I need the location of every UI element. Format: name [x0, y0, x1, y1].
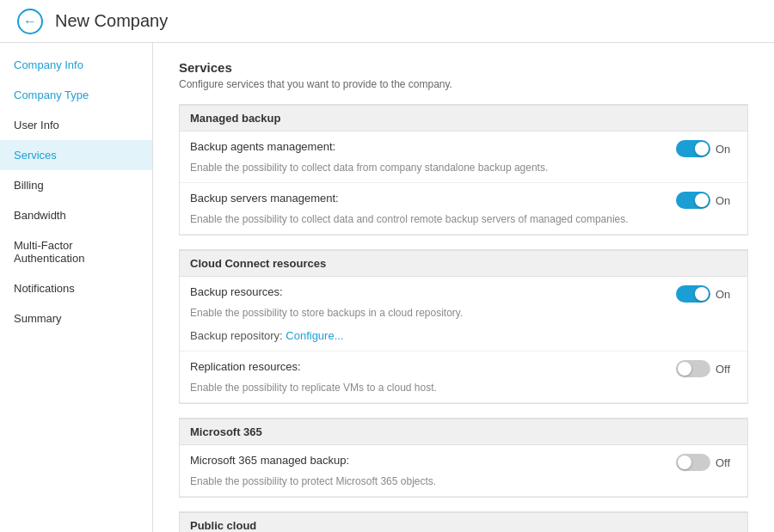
- section-title: Services: [179, 60, 748, 75]
- main-content: ServicesConfigure services that you want…: [153, 43, 774, 532]
- configure-link-backup-resources[interactable]: Configure...: [286, 329, 343, 342]
- sidebar-link-company-type[interactable]: Company Type: [14, 89, 89, 101]
- setting-desc-text-backup-resources: Enable the possibility to store backups …: [190, 307, 463, 319]
- group-header-managed-backup: Managed backup: [180, 105, 747, 131]
- group-header-microsoft365: Microsoft 365: [180, 419, 747, 445]
- setting-desc-text-backup-servers: Enable the possibility to collect data a…: [190, 213, 629, 225]
- group-header-public-cloud: Public cloud: [180, 512, 747, 532]
- setting-desc-backup-resources: Enable the possibility to store backups …: [180, 304, 747, 326]
- setting-desc-backup-servers: Enable the possibility to collect data a…: [180, 211, 747, 235]
- page-header: ← New Company: [0, 0, 774, 43]
- toggle-backup-agents[interactable]: [676, 140, 710, 157]
- repo-row-backup-resources: Backup repository: Configure...: [180, 326, 747, 352]
- group-microsoft365: Microsoft 365Microsoft 365 managed backu…: [179, 418, 748, 498]
- toggle-backup-servers[interactable]: [676, 192, 710, 209]
- setting-label-replication-resources: Replication resources:: [190, 360, 301, 373]
- group-managed-backup: Managed backupBackup agents management:O…: [179, 104, 748, 235]
- page-title: New Company: [55, 11, 168, 31]
- setting-row-backup-resources: Backup resources:On: [180, 277, 747, 304]
- section-subtitle: Configure services that you want to prov…: [179, 78, 748, 90]
- toggle-label-backup-resources: On: [716, 288, 737, 301]
- setting-row-backup-agents: Backup agents management:On: [180, 131, 747, 159]
- setting-desc-backup-agents: Enable the possibility to collect data f…: [180, 159, 747, 183]
- sidebar-item-user-info[interactable]: User Info: [0, 110, 152, 140]
- sidebar-item-notifications[interactable]: Notifications: [0, 273, 152, 303]
- setting-row-replication-resources: Replication resources:Off: [180, 352, 747, 379]
- setting-desc-text-replication-resources: Enable the possibility to replicate VMs …: [190, 382, 437, 394]
- setting-desc-text-m365-backup: Enable the possibility to protect Micros…: [190, 475, 436, 487]
- setting-label-backup-agents: Backup agents management:: [190, 140, 335, 153]
- toggle-knob-backup-agents: [695, 142, 709, 156]
- group-public-cloud: Public cloudPublic cloud managed backup:…: [179, 511, 748, 532]
- setting-row-backup-servers: Backup servers management:On: [180, 183, 747, 211]
- toggle-knob-backup-resources: [695, 287, 709, 301]
- toggle-backup-resources[interactable]: [676, 285, 710, 303]
- setting-label-m365-backup: Microsoft 365 managed backup:: [190, 454, 349, 467]
- setting-desc-m365-backup: Enable the possibility to protect Micros…: [180, 473, 747, 497]
- sidebar-item-company-type[interactable]: Company Type: [0, 80, 152, 110]
- toggle-knob-backup-servers: [695, 193, 709, 207]
- toggle-container-backup-resources: On: [676, 285, 737, 303]
- toggle-m365-backup[interactable]: [676, 454, 710, 471]
- setting-desc-text-backup-agents: Enable the possibility to collect data f…: [190, 162, 548, 174]
- toggle-container-backup-servers: On: [676, 192, 737, 209]
- back-button[interactable]: ←: [17, 9, 43, 34]
- toggle-container-m365-backup: Off: [676, 454, 737, 471]
- sidebar-item-summary[interactable]: Summary: [0, 303, 152, 333]
- toggle-label-replication-resources: Off: [716, 363, 737, 376]
- toggle-label-backup-servers: On: [716, 194, 737, 207]
- toggle-knob-m365-backup: [678, 456, 691, 469]
- group-header-cloud-connect: Cloud Connect resources: [180, 250, 747, 277]
- setting-row-m365-backup: Microsoft 365 managed backup:Off: [180, 445, 747, 473]
- setting-label-backup-resources: Backup resources:: [190, 285, 283, 298]
- sidebar-item-company-info[interactable]: Company Info: [0, 50, 152, 80]
- toggle-container-replication-resources: Off: [676, 360, 737, 377]
- toggle-label-m365-backup: Off: [716, 456, 737, 469]
- toggle-knob-replication-resources: [678, 362, 691, 376]
- toggle-container-backup-agents: On: [676, 140, 737, 157]
- setting-label-backup-servers: Backup servers management:: [190, 192, 339, 205]
- sidebar: Company InfoCompany TypeUser InfoService…: [0, 43, 153, 532]
- setting-desc-replication-resources: Enable the possibility to replicate VMs …: [180, 379, 747, 403]
- sidebar-item-bandwidth[interactable]: Bandwidth: [0, 200, 152, 230]
- toggle-label-backup-agents: On: [716, 143, 737, 156]
- group-cloud-connect: Cloud Connect resourcesBackup resources:…: [179, 249, 748, 404]
- sidebar-item-services[interactable]: Services: [0, 140, 152, 170]
- sidebar-item-billing[interactable]: Billing: [0, 170, 152, 200]
- main-layout: Company InfoCompany TypeUser InfoService…: [0, 43, 774, 532]
- sidebar-item-mfa[interactable]: Multi-Factor Authentication: [0, 230, 152, 273]
- back-icon: ←: [23, 14, 37, 29]
- repo-label-backup-resources: Backup repository:: [190, 329, 286, 342]
- sidebar-link-company-info[interactable]: Company Info: [14, 58, 83, 71]
- toggle-replication-resources[interactable]: [676, 360, 710, 377]
